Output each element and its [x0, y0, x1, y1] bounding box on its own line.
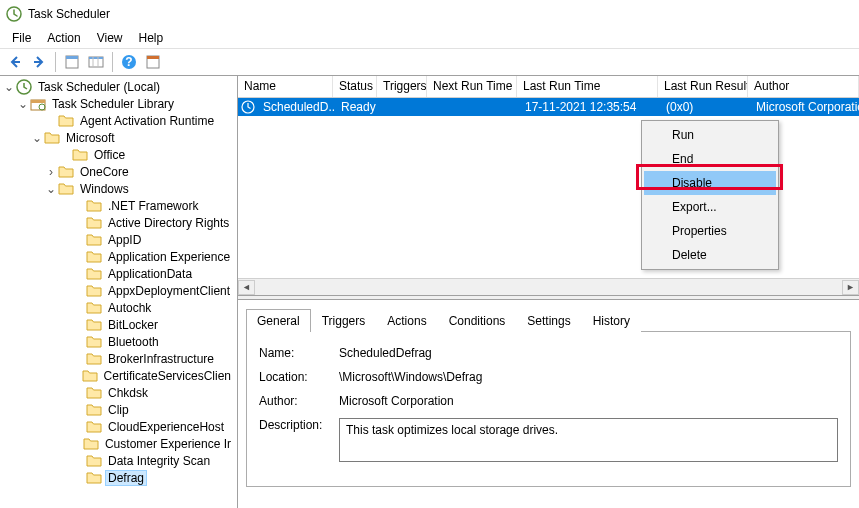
tree-node[interactable]: Clip [0, 401, 237, 418]
menu-help[interactable]: Help [131, 29, 172, 47]
toolbar-btn-2[interactable] [85, 51, 107, 73]
svg-rect-4 [89, 57, 103, 59]
horizontal-scrollbar[interactable]: ◄ ► [238, 278, 859, 295]
tree-label: ApplicationData [106, 267, 194, 281]
tabstrip: General Triggers Actions Conditions Sett… [246, 308, 851, 332]
tree-spacer [72, 369, 82, 383]
label-name: Name: [259, 346, 339, 360]
tab-conditions[interactable]: Conditions [438, 309, 517, 332]
folder-icon [86, 300, 102, 316]
scroll-right-icon[interactable]: ► [842, 280, 859, 295]
tab-settings[interactable]: Settings [516, 309, 581, 332]
task-list-header: Name Status Triggers Next Run Time Last … [238, 76, 859, 98]
folder-icon [58, 113, 74, 129]
tree-label: BitLocker [106, 318, 160, 332]
tree-node[interactable]: Active Directory Rights [0, 214, 237, 231]
tree-spacer [72, 216, 86, 230]
tab-general[interactable]: General [246, 309, 311, 332]
cell-author: Microsoft Corporatio [750, 100, 859, 114]
svg-rect-8 [147, 56, 159, 59]
tab-triggers[interactable]: Triggers [311, 309, 377, 332]
tree-node[interactable]: BitLocker [0, 316, 237, 333]
tree-node[interactable]: ApplicationData [0, 265, 237, 282]
tree-node[interactable]: Office [0, 146, 237, 163]
folder-icon [86, 317, 102, 333]
tree-label: .NET Framework [106, 199, 200, 213]
label-description: Description: [259, 418, 339, 432]
value-author: Microsoft Corporation [339, 394, 838, 408]
tree-node[interactable]: Application Experience [0, 248, 237, 265]
chevron-down-icon[interactable]: ⌄ [30, 131, 44, 145]
tree-node[interactable]: BrokerInfrastructure [0, 350, 237, 367]
tree-node[interactable]: Bluetooth [0, 333, 237, 350]
tree-node[interactable]: ›OneCore [0, 163, 237, 180]
toolbar-btn-4[interactable] [142, 51, 164, 73]
tree-spacer [72, 386, 86, 400]
folder-icon [86, 249, 102, 265]
tree-spacer [44, 114, 58, 128]
menu-action[interactable]: Action [39, 29, 88, 47]
chevron-down-icon[interactable]: ⌄ [16, 97, 30, 111]
col-last[interactable]: Last Run Time [517, 76, 658, 97]
folder-icon [86, 266, 102, 282]
back-button[interactable] [4, 51, 26, 73]
tree-node[interactable]: Chkdsk [0, 384, 237, 401]
tree-node-library[interactable]: ⌄ Task Scheduler Library [0, 95, 237, 112]
tree-node[interactable]: ⌄Microsoft [0, 129, 237, 146]
col-author[interactable]: Author [748, 76, 859, 97]
ctx-end[interactable]: End [644, 147, 776, 171]
task-row[interactable]: ScheduledD... Ready 17-11-2021 12:35:54 … [238, 98, 859, 116]
chevron-down-icon[interactable]: ⌄ [44, 182, 58, 196]
col-triggers[interactable]: Triggers [377, 76, 427, 97]
tree-node[interactable]: AppxDeploymentClient [0, 282, 237, 299]
tree-label: Application Experience [106, 250, 232, 264]
separator [55, 52, 56, 72]
folder-icon [86, 402, 102, 418]
chevron-right-icon[interactable]: › [44, 165, 58, 179]
ctx-disable[interactable]: Disable [644, 171, 776, 195]
tab-actions[interactable]: Actions [376, 309, 437, 332]
ctx-delete[interactable]: Delete [644, 243, 776, 267]
tree-node[interactable]: AppID [0, 231, 237, 248]
col-name[interactable]: Name [238, 76, 333, 97]
cell-status: Ready [335, 100, 379, 114]
titlebar: Task Scheduler [0, 0, 859, 28]
tree-node[interactable]: Data Integrity Scan [0, 452, 237, 469]
tree-label: Chkdsk [106, 386, 150, 400]
tree-node-root[interactable]: ⌄ Task Scheduler (Local) [0, 78, 237, 95]
tree-node[interactable]: CloudExperienceHost [0, 418, 237, 435]
menu-view[interactable]: View [89, 29, 131, 47]
ctx-export[interactable]: Export... [644, 195, 776, 219]
tree-node[interactable]: Agent Activation Runtime [0, 112, 237, 129]
tree-spacer [72, 267, 86, 281]
tree-node[interactable]: Defrag [0, 469, 237, 486]
tab-history[interactable]: History [582, 309, 641, 332]
scroll-left-icon[interactable]: ◄ [238, 280, 255, 295]
window-title: Task Scheduler [28, 7, 110, 21]
tree-node[interactable]: .NET Framework [0, 197, 237, 214]
folder-icon [58, 164, 74, 180]
tree-node[interactable]: ⌄Windows [0, 180, 237, 197]
tree-spacer [58, 148, 72, 162]
col-result[interactable]: Last Run Result [658, 76, 748, 97]
value-description[interactable]: This task optimizes local storage drives… [339, 418, 838, 462]
tree-pane[interactable]: ⌄ Task Scheduler (Local) ⌄ Task Schedule… [0, 76, 238, 508]
tree-spacer [72, 454, 86, 468]
ctx-properties[interactable]: Properties [644, 219, 776, 243]
ctx-run[interactable]: Run [644, 123, 776, 147]
forward-button[interactable] [28, 51, 50, 73]
folder-icon [44, 130, 60, 146]
col-next[interactable]: Next Run Time [427, 76, 517, 97]
chevron-down-icon[interactable]: ⌄ [2, 80, 16, 94]
toolbar-btn-1[interactable] [61, 51, 83, 73]
tree-node[interactable]: Autochk [0, 299, 237, 316]
tree-label: Office [92, 148, 127, 162]
folder-icon [86, 198, 102, 214]
help-button[interactable]: ? [118, 51, 140, 73]
tree-node[interactable]: Customer Experience Ir [0, 435, 237, 452]
folder-icon [86, 232, 102, 248]
menu-file[interactable]: File [4, 29, 39, 47]
col-status[interactable]: Status [333, 76, 377, 97]
tree-spacer [72, 471, 86, 485]
tree-node[interactable]: CertificateServicesClien [0, 367, 237, 384]
